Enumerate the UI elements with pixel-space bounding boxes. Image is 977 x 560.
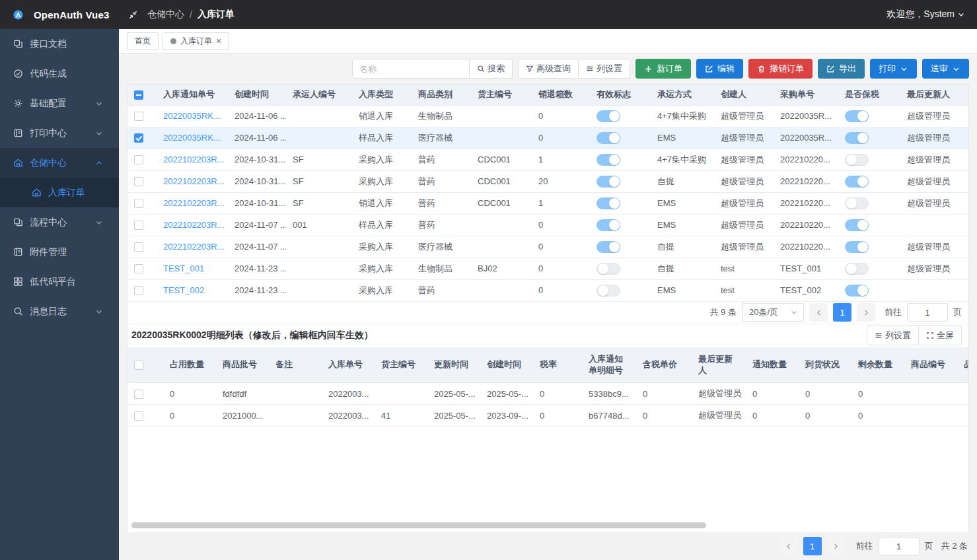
owner-cell — [471, 105, 532, 127]
valid-toggle[interactable] — [597, 285, 620, 297]
detail-cell-6: 2023-09-... — [480, 405, 533, 427]
valid-toggle[interactable] — [597, 110, 620, 122]
bonded-toggle[interactable] — [845, 241, 869, 253]
row-checkbox[interactable] — [134, 264, 143, 273]
送审-button[interactable]: 送审 — [922, 59, 969, 79]
sidebar-item-4[interactable]: 打印中心 — [0, 118, 119, 148]
detail-goto-page-input[interactable] — [879, 537, 920, 555]
advanced-query-button[interactable]: 高级查询 — [518, 59, 579, 79]
lowcode-icon — [13, 277, 23, 287]
order-number-link[interactable]: 2022102203R... — [163, 242, 225, 252]
order-no-cell: TEST_002 — [157, 279, 228, 301]
bonded-toggle[interactable] — [845, 285, 869, 297]
user-menu[interactable]: 欢迎您，System — [887, 9, 965, 20]
编辑-button[interactable]: 编辑 — [696, 59, 743, 79]
order-row[interactable]: 20220035RK...2024-11-06 ...销退入库生物制品04+7集… — [127, 105, 969, 127]
order-row[interactable]: 20220035RK...2024-11-06 ...样品入库医疗器械0EMS超… — [127, 127, 969, 149]
bonded-toggle[interactable] — [845, 219, 869, 231]
row-checkbox[interactable] — [134, 177, 143, 186]
detail-row-checkbox[interactable] — [134, 390, 143, 399]
orders-table-wrap: 入库通知单号创建时间承运人编号入库类型商品类别货主编号销退箱数有效标志承运方式创… — [127, 85, 968, 302]
sidebar-item-1[interactable]: 接口文档 — [0, 29, 119, 59]
order-row[interactable]: 2022102203R...2024-11-07 ...001样品入库普药0EM… — [127, 214, 969, 236]
sidebar-item-8[interactable]: 低代码平台 — [0, 267, 119, 297]
page-number-button[interactable]: 1 — [833, 303, 851, 322]
detail-row[interactable]: 02021000...2022003...412025-05-...2023-0… — [127, 405, 968, 427]
sidebar-item-7[interactable]: 附件管理 — [0, 237, 119, 267]
valid-cell — [590, 214, 651, 236]
breadcrumb-parent[interactable]: 仓储中心 — [147, 9, 184, 20]
order-number-link[interactable]: TEST_001 — [163, 263, 204, 273]
bonded-toggle[interactable] — [845, 110, 869, 122]
detail-cell-14 — [904, 405, 957, 427]
order-row[interactable]: 2022102203R...2024-10-31...SF采购入库普药CDC00… — [127, 170, 969, 192]
prev-page-button[interactable] — [809, 303, 828, 322]
detail-cell-7: 0 — [533, 405, 582, 427]
order-number-link[interactable]: 20220035RK... — [163, 111, 221, 121]
sidebar-subitem-入库订单[interactable]: 入库订单 — [0, 178, 119, 207]
goto-page-input[interactable] — [907, 303, 948, 322]
updater-cell — [900, 214, 969, 236]
order-row[interactable]: 2022102203R...2024-10-31...SF采购入库普药CDC00… — [127, 149, 969, 170]
sidebar-item-2[interactable]: 代码生成 — [0, 59, 119, 88]
order-number-link[interactable]: TEST_002 — [163, 285, 204, 295]
bonded-toggle[interactable] — [845, 154, 869, 166]
page-size-select[interactable]: 20条/页 — [742, 303, 804, 322]
bonded-toggle[interactable] — [845, 176, 869, 188]
sidebar-collapse-icon[interactable] — [128, 10, 138, 20]
order-row[interactable]: TEST_0022024-11-23 ...采购入库普药0EMStestTEST… — [127, 279, 969, 301]
detail-table-wrap: 占用数量商品批号备注入库单号货主编号更新时间创建时间税率入库通知单明细号含税单价… — [127, 347, 968, 427]
column-header-最后更新人: 最后更新人 — [900, 85, 969, 105]
order-row[interactable]: 2022102203R...2024-11-07 ...采购入库医疗器械0自提超… — [127, 236, 969, 258]
horizontal-scrollbar[interactable] — [131, 522, 706, 528]
valid-toggle[interactable] — [597, 241, 620, 253]
detail-page-number-button[interactable]: 1 — [803, 537, 822, 555]
打印-button[interactable]: 打印 — [870, 59, 917, 79]
sidebar-item-3[interactable]: 基础配置 — [0, 88, 119, 118]
valid-toggle[interactable] — [597, 176, 620, 188]
valid-toggle[interactable] — [597, 263, 620, 275]
sidebar-item-6[interactable]: 流程中心 — [0, 207, 119, 237]
order-row[interactable]: 2022102203R...2024-10-31...SF销退入库普药CDC00… — [127, 192, 969, 214]
order-number-link[interactable]: 20220035RK... — [163, 133, 221, 143]
撤销订单-button[interactable]: 撤销订单 — [748, 59, 813, 79]
bonded-toggle[interactable] — [845, 197, 869, 209]
row-checkbox[interactable] — [134, 242, 143, 252]
valid-toggle[interactable] — [597, 132, 620, 144]
sidebar-item-9[interactable]: 消息日志 — [0, 297, 119, 326]
search-button[interactable]: 搜索 — [470, 59, 513, 79]
detail-row[interactable]: 0fdfdfdf2022003...2025-05-...2025-05-...… — [127, 383, 968, 405]
valid-toggle[interactable] — [597, 197, 620, 209]
detail-select-all-checkbox[interactable] — [134, 361, 143, 370]
row-checkbox[interactable] — [134, 199, 143, 208]
order-number-link[interactable]: 2022102203R... — [163, 220, 225, 230]
order-number-link[interactable]: 2022102203R... — [163, 198, 225, 208]
tab-close-icon[interactable]: × — [216, 36, 221, 46]
search-input[interactable] — [352, 59, 470, 79]
row-checkbox[interactable] — [134, 133, 143, 143]
detail-prev-page-button[interactable] — [779, 537, 798, 555]
order-number-link[interactable]: 2022102203R... — [163, 155, 225, 164]
tab-首页[interactable]: 首页 — [127, 32, 159, 50]
row-checkbox[interactable] — [134, 112, 143, 121]
order-row[interactable]: TEST_0012024-11-23 ...采购入库生物制品BJ020自提tes… — [127, 258, 969, 279]
detail-next-page-button[interactable] — [827, 537, 846, 555]
tab-入库订单[interactable]: 入库订单× — [163, 32, 229, 50]
valid-toggle[interactable] — [597, 219, 620, 231]
row-checkbox[interactable] — [134, 221, 143, 230]
select-all-checkbox[interactable] — [134, 90, 143, 100]
bonded-toggle[interactable] — [845, 132, 869, 144]
valid-toggle[interactable] — [597, 154, 620, 166]
fullscreen-button[interactable]: 全屏 — [919, 326, 962, 345]
detail-column-settings-button[interactable]: 列设置 — [867, 326, 919, 345]
order-number-link[interactable]: 2022102203R... — [163, 176, 225, 186]
detail-row-checkbox[interactable] — [134, 411, 143, 421]
next-page-button[interactable] — [857, 303, 875, 322]
新订单-button[interactable]: 新订单 — [635, 59, 691, 79]
column-settings-button[interactable]: 列设置 — [579, 59, 630, 79]
bonded-toggle[interactable] — [845, 263, 869, 275]
sidebar-item-5[interactable]: 仓储中心 — [0, 148, 119, 178]
导出-button[interactable]: 导出 — [818, 59, 865, 79]
row-checkbox[interactable] — [134, 155, 143, 164]
row-checkbox[interactable] — [134, 286, 143, 295]
